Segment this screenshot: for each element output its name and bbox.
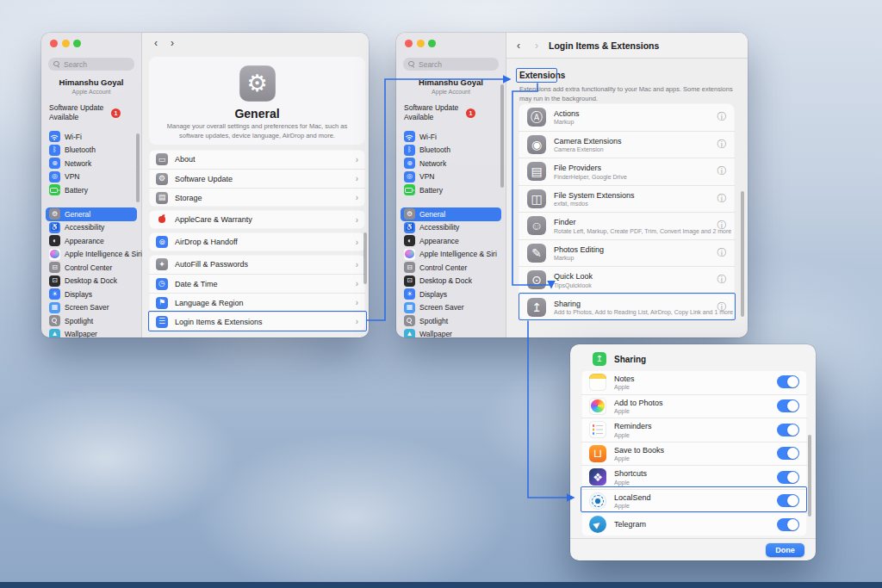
sidebar-item-desktop-dock[interactable]: ⊡Desktop & Dock (401, 275, 501, 288)
sharing-row-add-to-photos[interactable]: Add to PhotosApple (581, 394, 807, 418)
settings-row-software-update[interactable]: ⚙Software Update› (149, 169, 365, 188)
sidebar-item-spotlight[interactable]: Spotlight (46, 314, 137, 328)
sidebar-item-wallpaper[interactable]: ▲Wallpaper (401, 328, 501, 338)
sidebar-item-wallpaper[interactable]: ▲Wallpaper (46, 328, 137, 338)
sidebar-item-accessibility[interactable]: ♿Accessibility (401, 221, 501, 235)
close-button[interactable] (50, 40, 58, 47)
info-icon[interactable]: ⓘ (717, 274, 727, 286)
siri-icon (404, 249, 415, 260)
extension-row-file-system-extensions[interactable]: ◫File System Extensionsexfat, msdosⓘ (519, 185, 735, 213)
info-icon[interactable]: ⓘ (717, 165, 727, 177)
minimize-button[interactable] (62, 40, 70, 47)
annotation-box-login-items (148, 311, 367, 331)
sidebar-item-screen-saver[interactable]: ▦Screen Saver (46, 301, 137, 315)
back-button[interactable]: ‹ (150, 37, 162, 49)
search-input[interactable]: Search (48, 58, 134, 71)
sidebar-item-accessibility[interactable]: ♿Accessibility (46, 221, 137, 235)
sidebar-item-control-center[interactable]: ⊟Control Center (46, 261, 137, 275)
sidebar-item-bluetooth[interactable]: ᛒBluetooth (401, 144, 501, 158)
photos-app-icon (589, 398, 606, 415)
sidebar-item-general[interactable]: ⚙General (46, 207, 137, 221)
appearance-icon: ◐ (404, 235, 415, 246)
settings-group: ▭About›⚙Software Update›▤Storage› (149, 150, 365, 207)
page-description: Manage your overall settings and prefere… (159, 122, 356, 141)
info-icon[interactable]: ⓘ (717, 193, 727, 205)
settings-row-applecare-warranty[interactable]: AppleCare & Warranty› (149, 210, 365, 229)
chevron-right-icon: › (356, 298, 358, 307)
sharing-row-save-to-books[interactable]: ⊔Save to BooksApple (581, 442, 807, 466)
chevron-right-icon: › (356, 260, 358, 269)
settings-row-airdrop-handoff[interactable]: ⊚AirDrop & Handoff› (149, 232, 365, 251)
toggle-switch[interactable] (777, 447, 799, 460)
sidebar-item-apple-intelligence-siri[interactable]: Apple Intelligence & Siri (46, 248, 137, 262)
forward-button[interactable]: › (535, 40, 538, 52)
zoom-button[interactable] (428, 40, 436, 47)
sidebar-item-apple-intelligence-siri[interactable]: Apple Intelligence & Siri (401, 248, 501, 262)
settings-row-autofill-passwords[interactable]: ✦AutoFill & Passwords› (149, 255, 365, 274)
info-icon[interactable]: ⓘ (717, 220, 727, 232)
sharing-row-shortcuts[interactable]: ❖ShortcutsApple (581, 465, 807, 489)
sidebar-item-screen-saver[interactable]: ▦Screen Saver (401, 301, 501, 315)
settings-row-date-time[interactable]: ◷Date & Time› (149, 274, 365, 293)
sidebar-scrollbar[interactable] (136, 133, 140, 202)
extension-row-camera-extensions[interactable]: ◉Camera ExtensionsCamera Extensionⓘ (519, 131, 735, 158)
appearance-icon: ◐ (49, 235, 60, 246)
sidebar-item-software-update[interactable]: Software Update Available 1 (49, 103, 136, 123)
zoom-button[interactable] (73, 40, 81, 47)
back-button[interactable]: ‹ (517, 40, 520, 52)
sidebar-item-desktop-dock[interactable]: ⊡Desktop & Dock (46, 275, 137, 288)
sidebar-item-network[interactable]: ⊕Network (46, 157, 137, 170)
sidebar-item-vpn[interactable]: ◎VPN (46, 170, 137, 184)
toggle-switch[interactable] (777, 375, 799, 388)
sidebar-item-battery[interactable]: Battery (46, 183, 137, 197)
sidebar-item-bluetooth[interactable]: ᛒBluetooth (46, 144, 137, 158)
close-button[interactable] (405, 40, 413, 47)
forward-button[interactable]: › (166, 37, 178, 49)
sidebar-item-displays[interactable]: ☀Displays (46, 288, 137, 301)
sidebar-item-wi-fi[interactable]: Wi-Fi (46, 130, 137, 144)
search-input[interactable]: Search (403, 58, 499, 71)
sharing-green-icon: ↥ (593, 352, 606, 366)
done-button[interactable]: Done (766, 543, 804, 557)
sidebar-item-general[interactable]: ⚙General (401, 207, 501, 221)
sidebar-item-vpn[interactable]: ◎VPN (401, 170, 501, 184)
chevron-right-icon: › (356, 279, 358, 288)
battery-icon (49, 184, 60, 195)
settings-row-storage[interactable]: ▤Storage› (149, 188, 365, 207)
toggle-switch[interactable] (777, 471, 799, 484)
sidebar-item-battery[interactable]: Battery (401, 183, 501, 197)
sidebar-item-spotlight[interactable]: Spotlight (401, 314, 501, 328)
extension-row-photos-editing[interactable]: ✎Photos EditingMarkupⓘ (519, 239, 735, 267)
extension-row-quick-look[interactable]: ⊙Quick LookTipsQuicklookⓘ (519, 266, 735, 294)
main-scrollbar[interactable] (741, 191, 744, 317)
account-block[interactable]: Himanshu Goyal Apple Account (396, 77, 506, 95)
toggle-switch[interactable] (777, 518, 799, 531)
extension-row-finder[interactable]: ☺FinderRotate Left, Markup, Create PDF, … (519, 212, 735, 239)
sidebar-scrollbar[interactable] (500, 84, 504, 188)
sidebar-item-control-center[interactable]: ⊟Control Center (401, 261, 501, 275)
toggle-switch[interactable] (777, 424, 799, 436)
storage-icon: ▤ (156, 192, 168, 204)
sidebar-item-displays[interactable]: ☀Displays (401, 288, 501, 301)
sidebar-item-appearance[interactable]: ◐Appearance (46, 234, 137, 248)
minimize-button[interactable] (417, 40, 425, 47)
sidebar-item-wi-fi[interactable]: Wi-Fi (401, 130, 501, 144)
sharing-row-notes[interactable]: NotesApple (581, 370, 807, 394)
info-icon[interactable]: ⓘ (717, 111, 727, 123)
dialog-scrollbar[interactable] (808, 435, 811, 517)
sidebar-item-software-update[interactable]: Software Update Available 1 (404, 103, 500, 123)
main-scrollbar[interactable] (363, 232, 367, 284)
info-icon[interactable]: ⓘ (717, 247, 727, 259)
settings-row-about[interactable]: ▭About› (149, 150, 365, 169)
sidebar-item-appearance[interactable]: ◐Appearance (401, 234, 501, 248)
sharing-row-telegram[interactable]: ▶Telegram (581, 512, 807, 536)
account-block[interactable]: Himanshu Goyal Apple Account (41, 77, 141, 95)
sidebar-item-network[interactable]: ⊕Network (401, 157, 501, 170)
settings-row-language-region[interactable]: ⚑Language & Region› (149, 293, 365, 312)
bluetooth-icon: ᛒ (49, 145, 60, 156)
info-icon[interactable]: ⓘ (717, 139, 727, 151)
sharing-row-reminders[interactable]: RemindersApple (581, 418, 807, 442)
toggle-switch[interactable] (777, 399, 799, 412)
extension-row-file-providers[interactable]: ▤File ProvidersFinderHelper, Google Driv… (519, 158, 735, 185)
extension-row-actions[interactable]: ⒶActionsMarkupⓘ (519, 103, 735, 131)
